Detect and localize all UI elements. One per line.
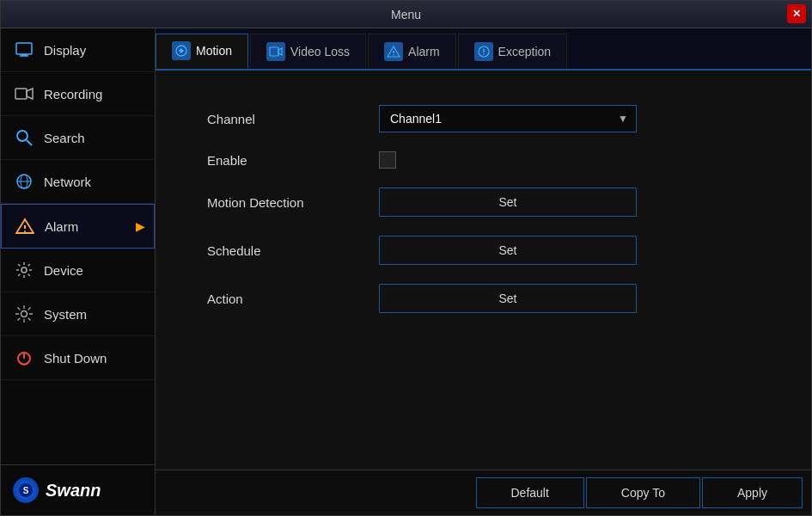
sidebar-label-device: Device: [44, 263, 83, 278]
sidebar-item-display[interactable]: Display: [1, 28, 155, 72]
action-control: Set: [379, 284, 637, 313]
svg-point-14: [21, 311, 27, 317]
tab-exception-icon: [474, 42, 493, 61]
sidebar-item-system[interactable]: System: [1, 292, 155, 336]
enable-row: Enable: [207, 151, 760, 169]
title-bar: Menu ✕: [1, 1, 811, 28]
bottom-bar: Default Copy To Apply: [156, 470, 811, 515]
alarm-arrow-icon: ▶: [136, 219, 145, 233]
svg-marker-4: [27, 89, 33, 99]
motion-detection-set-button[interactable]: Set: [379, 187, 637, 217]
channel-row: Channel Channel1 Channel2 Channel3 Chann…: [207, 105, 760, 132]
sidebar-item-device[interactable]: Device: [1, 249, 155, 292]
default-button[interactable]: Default: [476, 477, 584, 508]
schedule-label: Schedule: [207, 243, 362, 258]
svg-marker-21: [278, 48, 282, 55]
tab-motion-icon: [172, 41, 191, 60]
logo-text: Swann: [46, 481, 101, 501]
system-icon: [13, 303, 35, 325]
sidebar-logo: S Swann: [1, 464, 155, 515]
main-window: Menu ✕ Display Recording Searc: [0, 0, 812, 516]
motion-detection-control: Set: [379, 187, 637, 217]
svg-rect-3: [15, 89, 27, 99]
alarm-icon: [14, 215, 36, 237]
right-panel: Motion Video Loss Alarm: [156, 28, 811, 515]
sidebar-item-recording[interactable]: Recording: [1, 72, 155, 116]
network-icon: [13, 170, 35, 193]
tab-alarm[interactable]: Alarm: [368, 34, 456, 69]
window-title: Menu: [391, 8, 421, 22]
main-content: Display Recording Search Network: [1, 28, 811, 515]
svg-rect-0: [16, 43, 32, 54]
search-icon: [13, 126, 35, 149]
sidebar-label-system: System: [44, 307, 87, 322]
motion-detection-row: Motion Detection Set: [207, 187, 760, 217]
tab-alarm-label: Alarm: [408, 45, 440, 58]
enable-control: [379, 151, 637, 169]
action-set-button[interactable]: Set: [379, 284, 637, 313]
svg-point-27: [483, 53, 485, 55]
schedule-set-button[interactable]: Set: [379, 236, 637, 265]
sidebar: Display Recording Search Network: [1, 28, 156, 515]
sidebar-label-alarm: Alarm: [45, 219, 78, 234]
tab-motion[interactable]: Motion: [156, 34, 248, 69]
tab-motion-label: Motion: [196, 44, 232, 58]
schedule-control: Set: [379, 236, 637, 265]
close-button[interactable]: ✕: [787, 4, 806, 23]
tabs-bar: Motion Video Loss Alarm: [156, 28, 811, 71]
svg-line-6: [27, 140, 32, 145]
device-icon: [13, 259, 35, 281]
sidebar-label-display: Display: [44, 43, 86, 58]
sidebar-spacer: [1, 380, 155, 464]
sidebar-item-shutdown[interactable]: Shut Down: [1, 336, 155, 380]
shutdown-icon: [13, 347, 35, 369]
channel-select-wrapper: Channel1 Channel2 Channel3 Channel4: [379, 105, 637, 132]
sidebar-label-shutdown: Shut Down: [44, 351, 107, 366]
svg-point-13: [21, 267, 27, 273]
tab-video-loss-label: Video Loss: [290, 45, 350, 58]
schedule-row: Schedule Set: [207, 236, 760, 265]
form-area: Channel Channel1 Channel2 Channel3 Chann…: [156, 71, 811, 470]
tab-video-loss-icon: [266, 42, 285, 61]
tab-alarm-icon: [384, 42, 403, 61]
sidebar-label-network: Network: [44, 175, 91, 189]
svg-point-12: [24, 230, 26, 232]
sidebar-item-search[interactable]: Search: [1, 116, 155, 160]
logo-icon: S: [13, 477, 39, 503]
channel-label: Channel: [207, 112, 362, 126]
copy-to-button[interactable]: Copy To: [586, 477, 700, 508]
channel-control: Channel1 Channel2 Channel3 Channel4: [379, 105, 637, 132]
recording-icon: [13, 83, 35, 105]
motion-detection-label: Motion Detection: [207, 195, 362, 210]
sidebar-item-network[interactable]: Network: [1, 160, 155, 204]
channel-select[interactable]: Channel1 Channel2 Channel3 Channel4: [379, 105, 637, 132]
sidebar-label-search: Search: [44, 131, 85, 145]
tab-exception-label: Exception: [498, 45, 551, 58]
svg-rect-20: [270, 47, 278, 56]
enable-checkbox[interactable]: [379, 151, 396, 169]
apply-button[interactable]: Apply: [702, 477, 803, 508]
sidebar-item-alarm[interactable]: Alarm ▶: [1, 204, 155, 249]
action-label: Action: [207, 292, 362, 306]
display-icon: [13, 39, 35, 61]
sidebar-label-recording: Recording: [44, 87, 102, 101]
svg-point-5: [17, 131, 27, 141]
svg-point-24: [393, 54, 394, 56]
tab-exception[interactable]: Exception: [458, 34, 567, 69]
enable-label: Enable: [207, 153, 362, 168]
action-row: Action Set: [207, 284, 760, 313]
svg-text:S: S: [23, 486, 29, 495]
tab-video-loss[interactable]: Video Loss: [250, 34, 366, 69]
